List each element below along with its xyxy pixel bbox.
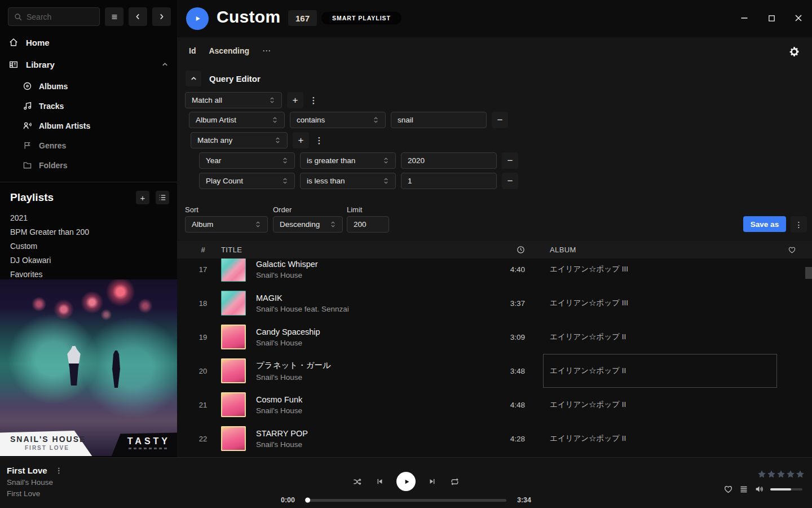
star-icon[interactable] (786, 470, 795, 479)
playlist-item[interactable]: Custom (0, 239, 177, 253)
speaker-icon (754, 484, 764, 494)
play-icon (193, 14, 202, 23)
add-rule-button[interactable]: + (293, 132, 309, 148)
remove-rule-button[interactable]: − (502, 152, 518, 169)
play-playlist-button[interactable] (186, 7, 209, 30)
track-title: STARRY POP (256, 429, 308, 438)
list-scrollbar-thumb[interactable] (805, 267, 812, 279)
sidebar-item-folders[interactable]: Folders (23, 159, 177, 171)
query-editor-title: Query Editor (209, 74, 261, 84)
track-duration: 4:40 (480, 265, 535, 274)
settings-gear-button[interactable] (788, 45, 801, 58)
remove-rule-button[interactable]: − (502, 173, 518, 189)
search-input[interactable] (27, 12, 94, 21)
rule-field-select[interactable]: Year (199, 152, 295, 169)
track-row[interactable]: 20 プラネット・ガール Snail's House 3:48 エイリアン☆ポッ… (177, 354, 812, 388)
chevron-left-icon (134, 12, 142, 21)
playlist-item[interactable]: DJ Okawari (0, 253, 177, 267)
window-maximize-button[interactable] (765, 11, 778, 25)
sidebar-item-tracks[interactable]: Tracks (23, 100, 177, 112)
sidebar-item-library[interactable]: Library (0, 58, 177, 71)
now-playing-options-button[interactable]: ⋮ (55, 466, 63, 475)
chevron-up-icon[interactable] (161, 61, 169, 68)
rule-operator-select[interactable]: is less than (300, 173, 396, 189)
sort-select[interactable]: Album (185, 216, 268, 233)
volume-button[interactable] (754, 484, 764, 494)
rule-field-select[interactable]: Album Artist (189, 112, 285, 128)
limit-input[interactable] (354, 220, 382, 229)
rule-value-input[interactable] (408, 156, 490, 165)
more-options-button[interactable]: ⋯ (262, 46, 271, 56)
track-album: エイリアン☆ポップ III (535, 298, 771, 308)
rule-field-select[interactable]: Play Count (199, 173, 295, 189)
match-type-select[interactable]: Match any (191, 132, 288, 148)
track-row[interactable]: 17 Galactic Whisper Snail's House 4:40 エ… (177, 259, 812, 286)
remove-rule-button[interactable]: − (492, 112, 508, 128)
star-icon[interactable] (776, 470, 785, 479)
add-rule-button[interactable]: + (287, 92, 303, 108)
query-editor-collapse-button[interactable] (186, 71, 201, 86)
playlist-item[interactable]: BPM Greater than 200 (0, 225, 177, 239)
sort-field-button[interactable]: Id (189, 46, 196, 55)
sort-direction-button[interactable]: Ascending (209, 46, 249, 55)
rule-operator-select[interactable]: contains (290, 112, 386, 128)
volume-slider[interactable] (770, 488, 802, 491)
save-as-button[interactable]: Save as (743, 216, 786, 232)
track-duration: 3:37 (480, 299, 535, 308)
window-minimize-button[interactable] (738, 11, 751, 25)
window-close-button[interactable] (792, 11, 805, 25)
match-type-select[interactable]: Match all (185, 92, 282, 108)
select-chevrons-icon (383, 157, 389, 164)
track-row[interactable]: 18 MAGIK Snail's House feat. Sennzai 3:3… (177, 286, 812, 320)
search-box[interactable] (8, 7, 100, 26)
app-window: Home Library Albums Tracks Al (0, 0, 812, 508)
sidebar-item-genres[interactable]: Genres (23, 139, 177, 151)
playlists-heading: Playlists (10, 191, 130, 204)
add-playlist-button[interactable]: + (136, 191, 149, 204)
rule-value-input[interactable] (408, 177, 490, 185)
album-art-artist-text: SNAIL'S HOUSE (10, 435, 86, 444)
nav-back-button[interactable] (129, 7, 147, 26)
menu-button[interactable] (105, 7, 123, 26)
star-icon[interactable] (767, 470, 776, 479)
heart-icon (723, 484, 733, 494)
track-thumbnail (221, 392, 246, 417)
track-title: MAGIK (256, 294, 349, 303)
rule-value-input-wrap (401, 152, 497, 169)
playlist-item[interactable]: 2021 (0, 211, 177, 225)
column-header-duration[interactable] (480, 246, 535, 254)
favorite-button[interactable] (723, 484, 733, 494)
track-row[interactable]: 22 STARRY POP Snail's House 4:28 エイリアン☆ポ… (177, 422, 812, 456)
nav-forward-button[interactable] (152, 7, 171, 26)
sidebar-item-home[interactable]: Home (0, 36, 177, 49)
rule-value-input[interactable] (398, 116, 480, 124)
repeat-button[interactable] (449, 476, 460, 487)
column-header-favorite[interactable] (771, 246, 812, 254)
track-thumbnail (221, 291, 246, 316)
save-options-button[interactable]: ⋮ (791, 216, 807, 233)
sidebar-item-album-artists[interactable]: Album Artists (23, 120, 177, 132)
column-header-title[interactable]: TITLE (221, 246, 480, 254)
shuffle-button[interactable] (352, 476, 363, 487)
seek-handle[interactable] (305, 498, 310, 503)
previous-track-button[interactable] (375, 477, 384, 486)
play-pause-button[interactable] (396, 472, 416, 491)
rule-operator-select[interactable]: is greater than (300, 152, 396, 169)
track-row[interactable]: 19 Candy Spaceship Snail's House 3:09 エイ… (177, 320, 812, 354)
manage-playlists-button[interactable] (156, 191, 169, 204)
queue-button[interactable] (739, 485, 748, 494)
next-track-button[interactable] (428, 477, 437, 486)
player-bar: First Love ⋮ Snail's House First Love (0, 457, 812, 508)
group-options-button[interactable]: ⋮ (308, 92, 319, 108)
star-icon[interactable] (796, 470, 805, 479)
order-select[interactable]: Descending (273, 216, 343, 233)
track-row[interactable]: 21 Cosmo Funk Snail's House 4:48 エイリアン☆ポ… (177, 388, 812, 422)
sidebar-item-albums[interactable]: Albums (23, 80, 177, 92)
seek-bar[interactable] (306, 499, 506, 502)
star-icon[interactable] (757, 470, 766, 479)
column-header-number[interactable]: # (185, 246, 221, 254)
disc-icon (23, 81, 32, 91)
group-options-button[interactable]: ⋮ (314, 132, 324, 148)
column-header-album[interactable]: ALBUM (535, 246, 771, 254)
hamburger-icon (110, 12, 119, 21)
